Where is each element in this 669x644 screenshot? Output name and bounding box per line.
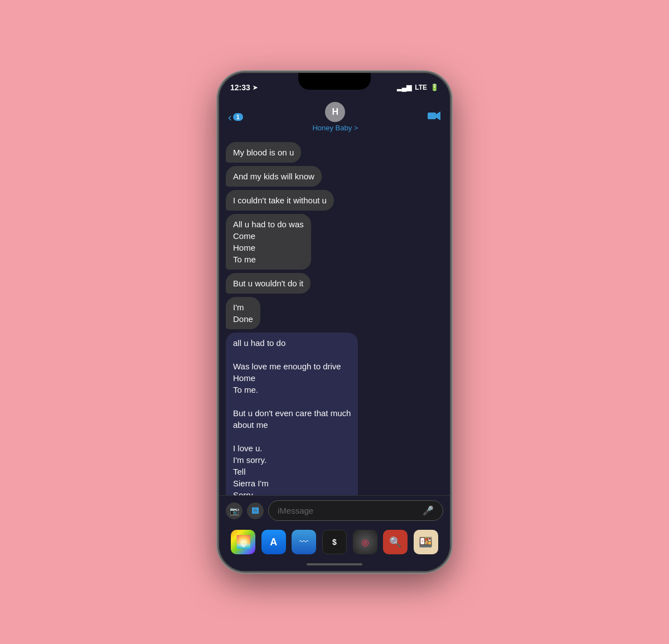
messages-area: My blood is on u And my kids will know I… — [219, 138, 450, 495]
food-icon: 🍱 — [419, 535, 433, 549]
microphone-icon: 🎤 — [423, 505, 434, 516]
phone-frame: 12:33 ➤ ▂▄▆ LTE 🔋 ‹ 1 H Honey Baby > — [217, 71, 452, 573]
chat-header: ‹ 1 H Honey Baby > — [219, 97, 450, 138]
camera-input-button[interactable]: 📷 — [226, 502, 243, 519]
message-bubble-2: And my kids will know — [226, 166, 322, 187]
app-store-input-button[interactable]: 🅰 — [247, 502, 264, 519]
network-type: LTE — [415, 84, 427, 91]
appstore-icon: 🅰 — [252, 507, 259, 515]
svg-marker-1 — [436, 111, 440, 120]
home-indicator — [219, 560, 450, 571]
battery-icon: 🔋 — [430, 84, 439, 91]
imessage-input[interactable]: iMessage 🎤 — [268, 500, 443, 521]
avatar: H — [325, 102, 345, 122]
back-button[interactable]: ‹ 1 — [228, 111, 243, 124]
message-bubble-5: But u wouldn't do it — [226, 273, 311, 294]
input-placeholder: iMessage — [278, 506, 313, 515]
signal-bars: ▂▄▆ — [397, 84, 412, 91]
status-icons: ▂▄▆ LTE 🔋 — [397, 84, 439, 91]
location-icon: ➤ — [253, 84, 258, 91]
home-bar — [307, 563, 362, 565]
food-app-icon[interactable]: 🍱 — [414, 530, 438, 554]
video-call-button[interactable] — [428, 111, 441, 124]
message-bubble-4: All u had to do wasComeHomeTo me — [226, 214, 311, 270]
back-chevron: ‹ — [228, 111, 232, 124]
phone-notch — [298, 73, 371, 90]
contact-info[interactable]: H Honey Baby > — [312, 102, 358, 132]
voice-memos-app-icon[interactable]: 〰 — [292, 530, 316, 554]
contact-name: Honey Baby > — [312, 124, 358, 132]
time-display: 12:33 — [230, 83, 250, 92]
photos-icon: 🌅 — [236, 535, 251, 549]
app-row: 🌅 A 〰 $ ◎ 🔍 🍱 — [219, 525, 450, 560]
notification-badge: 1 — [233, 113, 243, 121]
photos-app-icon[interactable]: 🌅 — [231, 530, 255, 554]
message-bubble-1: My blood is on u — [226, 142, 301, 163]
status-time: 12:33 ➤ — [230, 83, 258, 92]
cash-icon: $ — [332, 538, 337, 547]
message-bubble-6: I'mDone — [226, 297, 260, 329]
camera-icon: 📷 — [230, 506, 239, 515]
message-bubble-3: I couldn't take it without u — [226, 190, 334, 211]
input-row: 📷 🅰 iMessage 🎤 — [219, 495, 450, 525]
appstore-app-icon[interactable]: A — [261, 530, 286, 554]
search-icon: 🔍 — [389, 536, 401, 548]
svg-rect-0 — [428, 113, 436, 119]
cash-app-icon[interactable]: $ — [322, 530, 347, 554]
appstore-icon: A — [270, 536, 277, 548]
airdrop-app-icon[interactable]: ◎ — [353, 530, 377, 554]
voice-icon: 〰 — [299, 537, 308, 547]
message-bubble-7: all u had to doWas love me enough to dri… — [226, 333, 358, 495]
airdrop-icon: ◎ — [361, 537, 369, 548]
search-app-icon[interactable]: 🔍 — [383, 530, 408, 554]
